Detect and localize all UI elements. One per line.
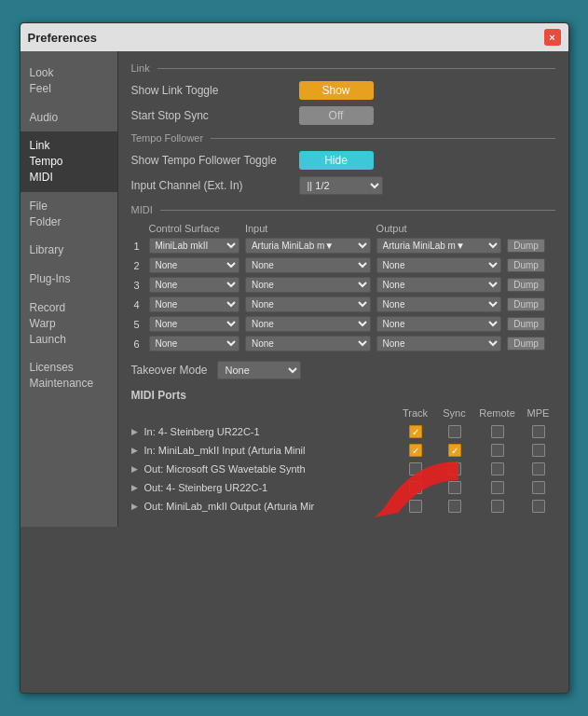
- sidebar-item-look-feel[interactable]: Look Feel: [21, 59, 117, 103]
- col-track-header: Track: [395, 407, 436, 419]
- port-expand-icon[interactable]: ▶: [131, 502, 144, 511]
- input-channel-label: Input Channel (Ext. In): [131, 179, 299, 192]
- port-track-checkbox[interactable]: [409, 462, 422, 475]
- midi-col-input: Input: [242, 221, 374, 236]
- start-stop-sync-row: Start Stop Sync Off: [131, 106, 555, 125]
- title-bar: Preferences ×: [21, 23, 568, 51]
- dump-button[interactable]: Dump: [507, 278, 545, 292]
- port-remote-checkbox[interactable]: [491, 481, 504, 494]
- port-track-checkbox[interactable]: [409, 481, 422, 494]
- port-sync-col: [436, 444, 473, 457]
- port-track-checkbox[interactable]: [409, 425, 422, 438]
- start-stop-sync-button[interactable]: Off: [299, 106, 374, 125]
- midi-input-select[interactable]: None: [245, 336, 371, 351]
- port-remote-checkbox[interactable]: [491, 444, 504, 457]
- dump-button[interactable]: Dump: [507, 337, 545, 351]
- midi-input-select[interactable]: None: [245, 296, 371, 312]
- midi-row-output: None: [374, 275, 505, 295]
- midi-row-control: None: [146, 255, 242, 275]
- window-title: Preferences: [28, 31, 97, 45]
- port-expand-icon[interactable]: ▶: [131, 427, 144, 436]
- show-tempo-follower-button[interactable]: Hide: [299, 151, 374, 170]
- dump-button[interactable]: Dump: [507, 258, 545, 272]
- midi-section-label: MIDI: [131, 204, 555, 215]
- midi-control-select[interactable]: None: [149, 336, 239, 351]
- port-track-col: [395, 462, 436, 475]
- port-mpe-checkbox[interactable]: [532, 444, 545, 457]
- input-channel-row: Input Channel (Ext. In) || 1/2: [131, 176, 555, 195]
- port-remote-col: [473, 462, 522, 475]
- main-layout: Look Feel Audio Link Tempo MIDI File Fol…: [21, 51, 568, 527]
- midi-row: 5 None None None Dump: [131, 314, 555, 334]
- port-mpe-col: [522, 462, 555, 475]
- midi-control-select[interactable]: None: [149, 257, 239, 273]
- midi-input-select[interactable]: None: [245, 277, 371, 293]
- ports-list: ▶ In: 4- Steinberg UR22C-1 ▶ In: MiniLab…: [131, 422, 555, 516]
- port-sync-checkbox[interactable]: [448, 444, 461, 457]
- port-track-col: [395, 425, 436, 438]
- tempo-follower-section-label: Tempo Follower: [131, 132, 555, 144]
- input-channel-select[interactable]: || 1/2: [299, 176, 383, 195]
- midi-control-select[interactable]: MiniLab mkII: [149, 238, 239, 254]
- midi-control-select[interactable]: None: [149, 296, 239, 312]
- port-remote-checkbox[interactable]: [491, 462, 504, 475]
- dump-button[interactable]: Dump: [507, 239, 545, 253]
- col-remote-header: Remote: [473, 407, 522, 419]
- sidebar-item-plug-ins[interactable]: Plug-Ins: [21, 265, 117, 294]
- port-remote-col: [473, 444, 522, 457]
- port-mpe-checkbox[interactable]: [532, 462, 545, 475]
- midi-output-select[interactable]: None: [376, 316, 502, 332]
- show-link-toggle-button[interactable]: Show: [299, 81, 374, 100]
- port-mpe-checkbox[interactable]: [532, 425, 545, 438]
- midi-input-select[interactable]: None: [245, 257, 371, 273]
- midi-output-select[interactable]: Arturia MiniLab m▼: [376, 238, 502, 254]
- sidebar-item-licenses-maintenance[interactable]: Licenses Maintenance: [21, 353, 117, 398]
- close-button[interactable]: ×: [544, 29, 561, 46]
- port-mpe-checkbox[interactable]: [532, 500, 545, 513]
- port-mpe-checkbox[interactable]: [532, 481, 545, 494]
- port-expand-icon[interactable]: ▶: [131, 483, 144, 492]
- midi-row-num: 1: [131, 236, 146, 255]
- port-row: ▶ Out: MiniLab_mkII Output (Arturia Mir: [131, 497, 555, 516]
- port-sync-checkbox[interactable]: [448, 425, 461, 438]
- port-remote-checkbox[interactable]: [491, 425, 504, 438]
- port-row: ▶ In: MiniLab_mkII Input (Arturia Minil: [131, 441, 555, 460]
- midi-row-input: None: [242, 295, 374, 314]
- midi-output-select[interactable]: None: [376, 336, 502, 351]
- midi-row: 1 MiniLab mkII Arturia MiniLab m▼ Arturi…: [131, 236, 555, 255]
- port-track-checkbox[interactable]: [409, 500, 422, 513]
- midi-output-select[interactable]: None: [376, 257, 502, 273]
- sidebar-item-record-warp-launch[interactable]: Record Warp Launch: [21, 294, 117, 353]
- port-sync-checkbox[interactable]: [448, 462, 461, 475]
- port-sync-checkbox[interactable]: [448, 481, 461, 494]
- port-sync-checkbox[interactable]: [448, 500, 461, 513]
- port-track-col: [395, 481, 436, 494]
- port-expand-icon[interactable]: ▶: [131, 446, 144, 455]
- port-name-label: Out: 4- Steinberg UR22C-1: [144, 482, 395, 493]
- midi-row-dump: Dump: [504, 295, 554, 314]
- col-sync-header: Sync: [436, 407, 473, 419]
- port-track-checkbox[interactable]: [409, 444, 422, 457]
- sidebar-item-link-tempo-midi[interactable]: Link Tempo MIDI: [21, 131, 117, 191]
- midi-control-select[interactable]: None: [149, 277, 239, 293]
- dump-button[interactable]: Dump: [507, 297, 545, 311]
- midi-output-select[interactable]: None: [376, 277, 502, 293]
- link-section-label: Link: [131, 62, 555, 74]
- midi-output-select[interactable]: None: [376, 296, 502, 312]
- port-mpe-col: [522, 500, 555, 513]
- midi-input-select[interactable]: None: [245, 316, 371, 332]
- midi-input-select[interactable]: Arturia MiniLab m▼: [245, 238, 371, 254]
- port-sync-col: [436, 425, 473, 438]
- sidebar-item-file-folder[interactable]: File Folder: [21, 192, 117, 237]
- midi-row-control: None: [146, 334, 242, 353]
- sidebar-item-audio[interactable]: Audio: [21, 103, 117, 132]
- midi-control-select[interactable]: None: [149, 316, 239, 332]
- port-remote-checkbox[interactable]: [491, 500, 504, 513]
- sidebar: Look Feel Audio Link Tempo MIDI File Fol…: [21, 51, 118, 527]
- dump-button[interactable]: Dump: [507, 317, 545, 331]
- sidebar-item-library[interactable]: Library: [21, 236, 117, 265]
- midi-row-dump: Dump: [504, 334, 554, 353]
- port-expand-icon[interactable]: ▶: [131, 464, 144, 474]
- takeover-mode-select[interactable]: None: [217, 361, 301, 379]
- midi-table: Control Surface Input Output 1 MiniLab m…: [131, 221, 555, 353]
